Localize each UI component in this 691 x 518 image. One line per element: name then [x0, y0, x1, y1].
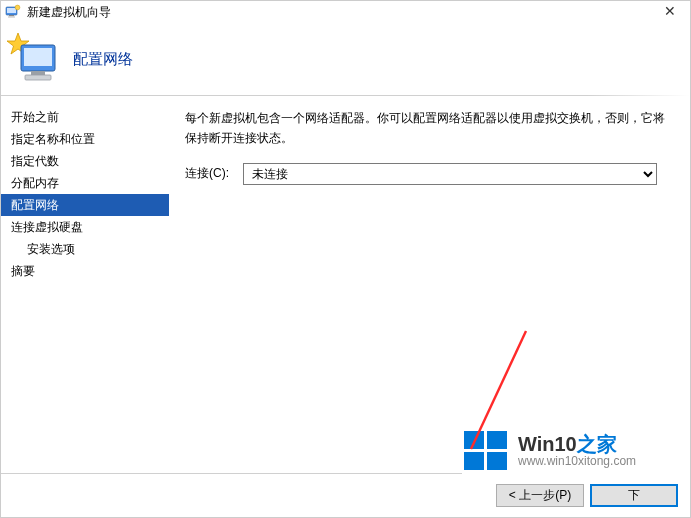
sidebar-item-name-location[interactable]: 指定名称和位置: [1, 128, 169, 150]
svg-rect-1: [7, 8, 16, 13]
sidebar-item-vhd[interactable]: 连接虚拟硬盘: [1, 216, 169, 238]
svg-rect-8: [31, 71, 45, 75]
sidebar-item-before-begin[interactable]: 开始之前: [1, 106, 169, 128]
connection-select[interactable]: 未连接: [243, 163, 657, 185]
svg-rect-7: [24, 48, 52, 66]
svg-rect-2: [9, 15, 14, 16]
close-button[interactable]: ✕: [650, 1, 690, 23]
titlebar: 新建虚拟机向导 ✕: [1, 1, 690, 23]
svg-rect-3: [8, 17, 15, 18]
wizard-sidebar: 开始之前 指定名称和位置 指定代数 分配内存 配置网络 连接虚拟硬盘 安装选项 …: [1, 96, 169, 468]
app-icon: [5, 4, 21, 20]
wizard-icon: [7, 31, 63, 87]
svg-rect-9: [25, 75, 51, 80]
window-title: 新建虚拟机向导: [27, 4, 686, 21]
connection-label: 连接(C):: [185, 165, 243, 182]
sidebar-item-generation[interactable]: 指定代数: [1, 150, 169, 172]
wizard-footer: < 上一步(P) 下: [1, 473, 690, 517]
wizard-header: 配置网络: [1, 23, 690, 95]
wizard-window: 新建虚拟机向导 ✕ 配置网络 开始之前 指定名称和位置 指定代数 分配内存 配置…: [0, 0, 691, 518]
connection-row: 连接(C): 未连接: [185, 163, 670, 185]
sidebar-item-memory[interactable]: 分配内存: [1, 172, 169, 194]
description-text: 每个新虚拟机包含一个网络适配器。你可以配置网络适配器以使用虚拟交换机，否则，它将…: [185, 108, 670, 149]
page-title: 配置网络: [73, 50, 133, 69]
sidebar-item-network[interactable]: 配置网络: [1, 194, 169, 216]
svg-point-4: [15, 5, 20, 10]
sidebar-item-summary[interactable]: 摘要: [1, 260, 169, 282]
next-button[interactable]: 下: [590, 484, 678, 507]
wizard-content: 每个新虚拟机包含一个网络适配器。你可以配置网络适配器以使用虚拟交换机，否则，它将…: [169, 96, 690, 468]
sidebar-item-install-options[interactable]: 安装选项: [1, 238, 169, 260]
prev-button[interactable]: < 上一步(P): [496, 484, 584, 507]
wizard-body: 开始之前 指定名称和位置 指定代数 分配内存 配置网络 连接虚拟硬盘 安装选项 …: [1, 96, 690, 468]
